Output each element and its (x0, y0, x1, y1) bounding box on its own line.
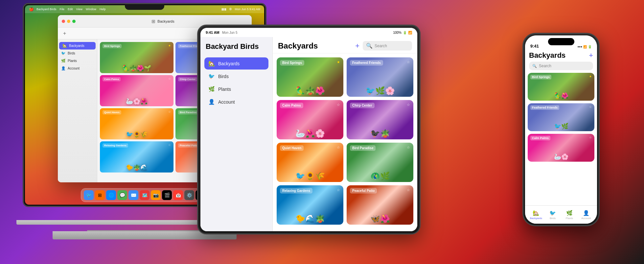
ipad-nav-backyards[interactable]: 🏡 Backyards (204, 57, 268, 70)
mac-menu-file[interactable]: File (60, 8, 65, 11)
iphone-tab-account-icon: 👤 (583, 210, 589, 216)
ipad-main-title: Backyards (278, 41, 318, 51)
iphone-item-calm-palms[interactable]: Calm Palms ☆ 🦢🌸 (528, 134, 594, 162)
mac-card-quiet-scene: 🐦🌻🌾 (100, 120, 173, 139)
ipad-nav-plants-icon: 🌿 (208, 86, 215, 92)
mac-card-relaxing-star[interactable]: ☆ (168, 143, 171, 147)
mac-card-bird-springs-star[interactable]: ★ (168, 44, 171, 47)
ipad: 9:41 AM Mon Jun 5 100% 🔋 📶 Backyard Bird… (197, 25, 427, 254)
ipad-card-relaxing-star[interactable]: ☆ (337, 188, 340, 192)
iphone-item-calm-palms-star[interactable]: ☆ (589, 136, 592, 139)
dock-safari[interactable]: 🌐 (106, 190, 116, 200)
ipad-card-paradise-star[interactable]: ☆ (407, 145, 410, 150)
mac-add-button[interactable]: + (63, 30, 66, 36)
mac-menubar-right: ▮▮▮ ⦿ Mon Jun 5 9:41 AM (221, 8, 260, 11)
mac-window-title-area: ⊞ Backyards (151, 19, 174, 24)
mac-card-quiet-haven[interactable]: Quiet Haven ☆ 🐦🌻🌾 (100, 108, 173, 139)
dock-calendar[interactable]: 📅 (173, 190, 183, 200)
iphone-item-calm-palms-scene: 🦢🌸 (528, 142, 594, 162)
iphone-add-button[interactable]: + (589, 51, 593, 60)
mac-card-chirp-label: Chirp Center (178, 77, 197, 81)
ipad-card-feathered-friends[interactable]: Feathered Friends ☆ 🐦🌿🌸 (347, 57, 413, 97)
iphone-tab-birds[interactable]: 🐦 Birds (545, 210, 560, 220)
iphone-item-bird-springs[interactable]: Bird Springs ★ 🦜🌺 (528, 73, 594, 101)
ipad-card-chirp-star[interactable]: ☆ (407, 103, 410, 107)
ipad-search-box[interactable]: 🔍 Search (363, 41, 412, 51)
dock-maps[interactable]: 🗺️ (140, 190, 150, 200)
iphone-search-bar[interactable]: 🔍 Search (529, 62, 593, 70)
ipad-card-quiet-haven[interactable]: Quiet Haven ☆ 🐦🌻🌾 (277, 143, 343, 182)
ipad-card-feathered-star[interactable]: ☆ (407, 60, 410, 64)
iphone-tab-backyards[interactable]: 🏡 Backyards (529, 210, 543, 220)
ipad-content: Backyard Birds 🏡 Backyards 🐦 Birds 🌿 Pla… (200, 37, 417, 231)
iphone-search-placeholder: Search (539, 64, 551, 68)
iphone-item-bird-springs-label: Bird Springs (530, 75, 551, 79)
ipad-card-quiet-star[interactable]: ☆ (337, 145, 340, 150)
iphone-item-bird-springs-scene: 🦜🌺 (528, 81, 594, 101)
mac-sidebar-toggle-icon[interactable]: ⊞ (151, 19, 155, 24)
ipad-nav-account[interactable]: 👤 Account (204, 96, 268, 108)
mac-menu-view[interactable]: View (76, 8, 82, 11)
ipad-card-peaceful-patio[interactable]: Peaceful Patio ☆ 🦋🌺 (347, 185, 413, 225)
iphone-main-header: Backyards + (525, 50, 597, 62)
dock-finder[interactable]: 🐦 (84, 190, 94, 200)
mac-card-bird-springs[interactable]: Bird Springs ★ 🦜🪴🌺🌱 (100, 42, 173, 73)
ipad-nav-birds[interactable]: 🐦 Birds (204, 70, 268, 82)
ipad-statusbar: 9:41 AM Mon Jun 5 100% 🔋 📶 (200, 28, 417, 37)
ipad-nav-plants[interactable]: 🌿 Plants (204, 83, 268, 95)
mac-maximize-button[interactable] (72, 20, 76, 23)
ipad-wifi-icon: 📶 (408, 31, 412, 34)
mac-nav-birds-label: Birds (68, 51, 75, 55)
ipad-screen: 9:41 AM Mon Jun 5 100% 🔋 📶 Backyard Bird… (200, 28, 417, 231)
mac-close-button[interactable] (62, 20, 65, 23)
mac-card-paradise-label: Bird Paradise (178, 110, 198, 114)
mac-card-relaxing-gardens[interactable]: Relaxing Gardens ☆ 🐤🪴🌊 (100, 141, 173, 173)
dock-settings[interactable]: ⚙️ (184, 190, 194, 200)
mac-nav-plants[interactable]: 🌿 Plants (58, 57, 97, 65)
ipad-card-chirp-center[interactable]: Chirp Center ☆ 🐦‍⬛🪴 (347, 100, 413, 139)
iphone-item-bird-springs-star[interactable]: ★ (589, 75, 592, 78)
ipad-add-button[interactable]: + (355, 42, 359, 50)
mac-sidebar: 🏡 Backyards 🐦 Birds 🌿 Plants 👤 (58, 39, 97, 182)
iphone-tab-plants[interactable]: 🌿 Plants (562, 210, 577, 220)
ipad-card-calm-palms[interactable]: Calm Palms ☆ 🦢🌺🌸 (277, 100, 343, 139)
dock-facetime[interactable]: 🎬 (162, 190, 172, 200)
mac-nav-birds[interactable]: 🐦 Birds (58, 50, 97, 57)
iphone-tab-account[interactable]: 👤 Account (579, 210, 593, 220)
iphone: 9:41 ●●● 📶 🔋 Backyards + 🔍 Search (522, 33, 601, 236)
ipad-nav-backyards-icon: 🏡 (208, 60, 215, 67)
ipad-card-bird-springs-star[interactable]: ★ (337, 60, 340, 64)
ipad-card-bird-paradise[interactable]: Bird Paradise ☆ 🦚🌿 (347, 143, 413, 182)
iphone-signal-icon: ●●● (578, 45, 583, 48)
ipad-card-calm-palms-star[interactable]: ☆ (337, 103, 340, 107)
dock-launchpad[interactable]: ⊞ (95, 190, 105, 200)
macbook-notch (125, 4, 164, 10)
ipad-card-paradise-scene: 🦚🌿 (347, 162, 413, 182)
iphone-tab-bar: 🏡 Backyards 🐦 Birds 🌿 Plants 👤 Account (525, 205, 597, 224)
mac-card-calm-palms-star[interactable]: ☆ (168, 77, 171, 80)
iphone-item-feathered-star[interactable]: ☆ (589, 105, 592, 109)
iphone-item-feathered-friends[interactable]: Feathered Friends ☆ 🐦🌿 (528, 103, 594, 131)
ipad-card-peaceful-star[interactable]: ☆ (407, 188, 410, 192)
dock-photos[interactable]: 📷 (151, 190, 161, 200)
mac-nav-backyards[interactable]: 🏡 Backyards (59, 42, 96, 50)
mac-menu-help[interactable]: Help (100, 8, 106, 11)
ipad-card-relaxing-label: Relaxing Gardens (280, 188, 312, 193)
mac-menu-window[interactable]: Window (86, 8, 96, 11)
ipad-card-bird-springs[interactable]: Bird Springs ★ 🦜🪴🌺 (277, 57, 343, 97)
dock-messages[interactable]: 💬 (117, 190, 127, 200)
mac-minimize-button[interactable] (67, 20, 70, 23)
mac-menu-edit[interactable]: Edit (68, 8, 73, 11)
ipad-card-relaxing-gardens[interactable]: Relaxing Gardens ☆ 🐤🌊🪴 (277, 185, 343, 225)
mac-menu-appname[interactable]: Backyard Birds (36, 8, 57, 11)
mac-menus: Backyard Birds File Edit View Window Hel… (36, 8, 105, 11)
dock-mail[interactable]: ✉️ (128, 190, 138, 200)
iphone-search-icon: 🔍 (532, 64, 537, 68)
mac-card-quiet-star[interactable]: ☆ (168, 110, 171, 113)
ipad-nav-birds-label: Birds (218, 74, 229, 79)
mac-card-calm-palms[interactable]: Calm Palms ☆ 🦢🌸🌺 (100, 75, 173, 106)
ipad-card-bird-springs-label: Bird Springs (280, 60, 304, 66)
ipad-card-feathered-label: Feathered Friends (350, 60, 383, 66)
mac-nav-account[interactable]: 👤 Account (58, 65, 97, 72)
iphone-tab-account-label: Account (581, 217, 591, 220)
